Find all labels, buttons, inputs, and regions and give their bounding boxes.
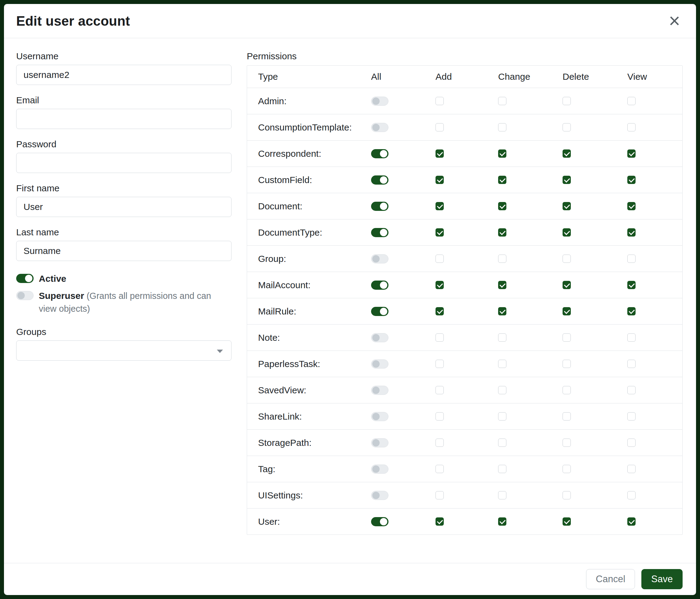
add-checkbox[interactable] xyxy=(435,412,444,421)
change-checkbox[interactable] xyxy=(498,123,506,131)
delete-checkbox[interactable] xyxy=(562,149,571,158)
all-toggle[interactable] xyxy=(371,491,389,500)
all-toggle[interactable] xyxy=(371,386,389,395)
change-checkbox[interactable] xyxy=(498,491,506,499)
change-checkbox[interactable] xyxy=(498,518,506,526)
add-checkbox[interactable] xyxy=(435,281,444,289)
all-toggle[interactable] xyxy=(371,517,389,526)
view-checkbox[interactable] xyxy=(627,386,635,394)
delete-checkbox[interactable] xyxy=(562,438,571,447)
view-checkbox[interactable] xyxy=(627,412,635,421)
add-checkbox[interactable] xyxy=(435,123,444,131)
view-checkbox[interactable] xyxy=(627,360,635,368)
all-toggle[interactable] xyxy=(371,412,389,421)
add-checkbox[interactable] xyxy=(435,202,444,210)
view-checkbox[interactable] xyxy=(627,438,635,447)
add-checkbox[interactable] xyxy=(435,491,444,499)
change-checkbox[interactable] xyxy=(498,176,506,184)
cancel-button[interactable]: Cancel xyxy=(586,569,635,589)
delete-checkbox[interactable] xyxy=(562,518,571,526)
delete-checkbox[interactable] xyxy=(562,123,571,131)
all-toggle[interactable] xyxy=(371,438,389,448)
groups-select[interactable] xyxy=(16,340,231,361)
view-checkbox[interactable] xyxy=(627,465,635,473)
username-input[interactable] xyxy=(16,65,231,85)
delete-checkbox[interactable] xyxy=(562,228,571,237)
all-toggle[interactable] xyxy=(371,333,389,342)
close-icon[interactable]: × xyxy=(667,13,682,29)
change-checkbox[interactable] xyxy=(498,228,506,237)
email-field: Email xyxy=(16,95,231,129)
view-checkbox[interactable] xyxy=(627,228,635,237)
view-checkbox[interactable] xyxy=(627,176,635,184)
all-toggle[interactable] xyxy=(371,307,389,316)
delete-checkbox[interactable] xyxy=(562,202,571,210)
change-checkbox[interactable] xyxy=(498,438,506,447)
change-checkbox[interactable] xyxy=(498,333,506,342)
add-checkbox[interactable] xyxy=(435,97,444,105)
view-checkbox[interactable] xyxy=(627,202,635,210)
add-checkbox[interactable] xyxy=(435,386,444,394)
view-checkbox[interactable] xyxy=(627,333,635,342)
permission-row: UISettings: xyxy=(247,482,682,508)
save-button[interactable]: Save xyxy=(641,569,682,589)
change-checkbox[interactable] xyxy=(498,255,506,263)
last-name-input[interactable] xyxy=(16,241,231,261)
all-toggle[interactable] xyxy=(371,202,389,211)
delete-checkbox[interactable] xyxy=(562,386,571,394)
add-checkbox[interactable] xyxy=(435,360,444,368)
delete-checkbox[interactable] xyxy=(562,412,571,421)
change-checkbox[interactable] xyxy=(498,281,506,289)
first-name-input[interactable] xyxy=(16,197,231,217)
add-checkbox[interactable] xyxy=(435,438,444,447)
superuser-toggle[interactable] xyxy=(16,291,33,300)
email-input[interactable] xyxy=(16,109,231,129)
toggle-knob xyxy=(372,492,380,499)
delete-checkbox[interactable] xyxy=(562,97,571,105)
add-checkbox[interactable] xyxy=(435,307,444,315)
view-checkbox[interactable] xyxy=(627,123,635,131)
add-checkbox[interactable] xyxy=(435,465,444,473)
delete-checkbox[interactable] xyxy=(562,281,571,289)
delete-checkbox[interactable] xyxy=(562,255,571,263)
delete-checkbox[interactable] xyxy=(562,360,571,368)
change-checkbox[interactable] xyxy=(498,412,506,421)
delete-checkbox[interactable] xyxy=(562,176,571,184)
delete-checkbox[interactable] xyxy=(562,333,571,342)
add-checkbox[interactable] xyxy=(435,149,444,158)
change-checkbox[interactable] xyxy=(498,360,506,368)
change-checkbox[interactable] xyxy=(498,202,506,210)
all-toggle[interactable] xyxy=(371,97,389,106)
all-toggle[interactable] xyxy=(371,254,389,263)
change-checkbox[interactable] xyxy=(498,307,506,315)
all-toggle[interactable] xyxy=(371,149,389,158)
change-checkbox[interactable] xyxy=(498,386,506,394)
all-toggle[interactable] xyxy=(371,175,389,185)
add-checkbox[interactable] xyxy=(435,228,444,237)
change-checkbox[interactable] xyxy=(498,149,506,158)
view-checkbox[interactable] xyxy=(627,281,635,289)
delete-checkbox[interactable] xyxy=(562,491,571,499)
delete-checkbox[interactable] xyxy=(562,307,571,315)
add-checkbox[interactable] xyxy=(435,333,444,342)
add-checkbox[interactable] xyxy=(435,176,444,184)
add-checkbox[interactable] xyxy=(435,518,444,526)
delete-checkbox[interactable] xyxy=(562,465,571,473)
change-checkbox[interactable] xyxy=(498,97,506,105)
view-checkbox[interactable] xyxy=(627,97,635,105)
password-input[interactable] xyxy=(16,153,231,173)
add-checkbox[interactable] xyxy=(435,255,444,263)
all-toggle[interactable] xyxy=(371,281,389,290)
view-checkbox[interactable] xyxy=(627,307,635,315)
active-toggle[interactable] xyxy=(16,274,33,283)
change-checkbox-cell xyxy=(498,97,562,105)
all-toggle[interactable] xyxy=(371,123,389,132)
view-checkbox[interactable] xyxy=(627,149,635,158)
view-checkbox[interactable] xyxy=(627,491,635,499)
change-checkbox[interactable] xyxy=(498,465,506,473)
all-toggle[interactable] xyxy=(371,228,389,237)
view-checkbox[interactable] xyxy=(627,255,635,263)
all-toggle[interactable] xyxy=(371,464,389,474)
all-toggle[interactable] xyxy=(371,359,389,368)
view-checkbox[interactable] xyxy=(627,518,635,526)
